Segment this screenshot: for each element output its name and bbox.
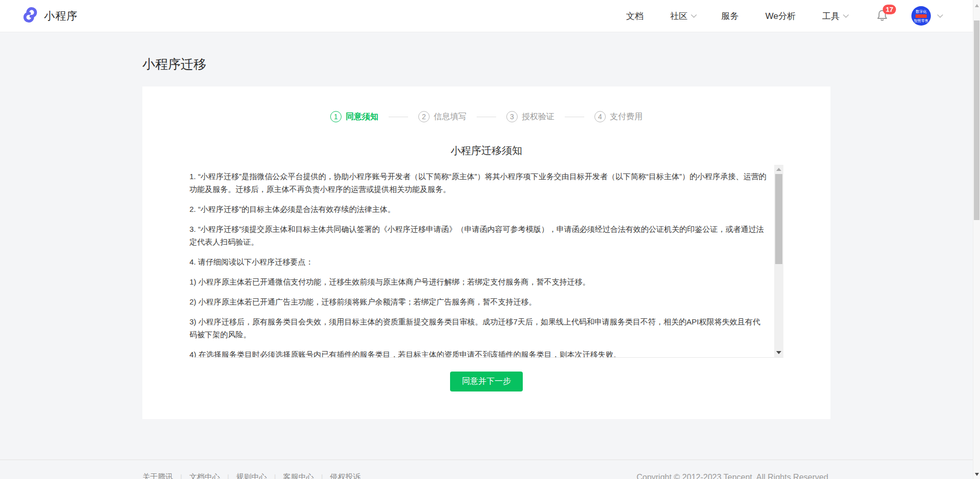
footer-link-support-center[interactable]: 客服中心 bbox=[283, 472, 314, 479]
page-title: 小程序迁移 bbox=[142, 56, 830, 73]
step-number: 4 bbox=[594, 111, 606, 122]
page-root: 小程序 文档 社区 服务 We分析 工具 bbox=[0, 0, 973, 479]
footer-link-infringement-complaint[interactable]: 侵权投诉 bbox=[330, 472, 361, 479]
logo-text: 小程序 bbox=[44, 9, 78, 23]
notice-text: 1. “小程序迁移”是指微信公众平台提供的，协助小程序账号开发者（以下简称“原主… bbox=[189, 165, 783, 357]
step-label: 授权验证 bbox=[522, 112, 555, 122]
footer-link-about-tencent[interactable]: 关于腾讯 bbox=[142, 472, 173, 479]
nav-item-label: 社区 bbox=[670, 10, 688, 22]
footer: 关于腾讯 | 文档中心 | 规则中心 | 客服中心 | 侵权投诉 Copyrig… bbox=[0, 460, 973, 479]
chevron-down-icon bbox=[937, 12, 943, 17]
miniprogram-logo-icon bbox=[22, 6, 39, 26]
copyright-text: Copyright © 2012-2023 Tencent. All Right… bbox=[636, 473, 830, 479]
step-connector bbox=[565, 117, 584, 117]
notice-scroll-area[interactable]: 1. “小程序迁移”是指微信公众平台提供的，协助小程序账号开发者（以下简称“原主… bbox=[189, 165, 783, 358]
page-scrollbar[interactable] bbox=[973, 0, 980, 479]
account-menu[interactable]: 数字化 智慧零售 bbox=[911, 6, 941, 26]
wizard-stepper: 1 同意须知 2 信息填写 3 授权验证 4 bbox=[142, 111, 830, 122]
button-row: 同意并下一步 bbox=[142, 372, 830, 391]
notice-paragraph: 3. “小程序迁移”须提交原主体和目标主体共同确认签署的《小程序迁移申请函》（申… bbox=[189, 223, 768, 248]
notice-scrollbar[interactable] bbox=[774, 165, 783, 357]
footer-separator: | bbox=[321, 473, 323, 479]
chevron-down-icon bbox=[843, 12, 848, 17]
step-number: 3 bbox=[506, 111, 518, 122]
step-agree-notice: 1 同意须知 bbox=[330, 111, 378, 122]
nav-item-we-analysis[interactable]: We分析 bbox=[765, 10, 796, 22]
scroll-down-arrow-icon[interactable] bbox=[776, 351, 781, 354]
notice-paragraph: 4. 请仔细阅读以下小程序迁移要点： bbox=[189, 255, 768, 268]
notice-paragraph: 4) 在选择服务类目时必须选择原账号内已有插件的服务类目，若目标主体的资质申请不… bbox=[189, 348, 768, 357]
nav-item-label: We分析 bbox=[765, 10, 796, 22]
step-label: 支付费用 bbox=[610, 112, 643, 122]
step-connector bbox=[477, 117, 496, 117]
footer-link-rules-center[interactable]: 规则中心 bbox=[236, 472, 267, 479]
scroll-up-arrow-icon[interactable] bbox=[776, 168, 781, 171]
avatar-text-bottom: 智慧零售 bbox=[914, 18, 929, 23]
footer-link-doc-center[interactable]: 文档中心 bbox=[189, 472, 220, 479]
notice-paragraph: 1. “小程序迁移”是指微信公众平台提供的，协助小程序账号开发者（以下简称“原主… bbox=[189, 170, 768, 195]
scroll-down-arrow-icon[interactable] bbox=[975, 473, 979, 476]
nav-item-tools[interactable]: 工具 bbox=[822, 10, 847, 22]
notice-paragraph: 2) 小程序原主体若已开通广告主功能，迁移前须将账户余额清零；若绑定广告服务商，… bbox=[189, 295, 768, 308]
avatar: 数字化 智慧零售 bbox=[911, 6, 931, 26]
nav-item-label: 工具 bbox=[822, 10, 840, 22]
page-scrollbar-thumb[interactable] bbox=[974, 20, 979, 220]
step-auth-verify: 3 授权验证 bbox=[506, 111, 555, 122]
notice-title: 小程序迁移须知 bbox=[142, 144, 830, 158]
footer-links: 关于腾讯 | 文档中心 | 规则中心 | 客服中心 | 侵权投诉 bbox=[142, 472, 361, 479]
nav-item-label: 服务 bbox=[721, 10, 739, 22]
step-connector bbox=[389, 117, 408, 117]
nav-item-services[interactable]: 服务 bbox=[721, 10, 739, 22]
avatar-red-band bbox=[915, 14, 927, 18]
step-label: 信息填写 bbox=[434, 112, 466, 122]
top-navbar: 小程序 文档 社区 服务 We分析 工具 bbox=[0, 0, 973, 32]
footer-separator: | bbox=[227, 473, 229, 479]
step-label: 同意须知 bbox=[346, 112, 378, 122]
step-fill-info: 2 信息填写 bbox=[418, 111, 466, 122]
avatar-text-top: 数字化 bbox=[915, 9, 927, 13]
migration-card: 1 同意须知 2 信息填写 3 授权验证 4 bbox=[142, 86, 830, 419]
step-number: 2 bbox=[418, 111, 430, 122]
chevron-down-icon bbox=[691, 12, 696, 17]
scroll-up-arrow-icon[interactable] bbox=[975, 4, 979, 7]
notice-paragraph: 2. “小程序迁移”的目标主体必须是合法有效存续的法律主体。 bbox=[189, 203, 768, 215]
miniprogram-logo[interactable]: 小程序 bbox=[22, 6, 78, 26]
step-number: 1 bbox=[330, 111, 342, 122]
notification-count-badge: 17 bbox=[883, 5, 896, 14]
nav-item-community[interactable]: 社区 bbox=[670, 10, 695, 22]
notice-scrollbar-thumb[interactable] bbox=[775, 174, 782, 264]
notice-paragraph: 1) 小程序原主体若已开通微信支付功能，迁移生效前须与原主体商户号进行解绑；若绑… bbox=[189, 275, 768, 288]
footer-separator: | bbox=[180, 473, 182, 479]
main-content: 小程序迁移 1 同意须知 2 信息填写 3 授权 bbox=[0, 56, 973, 479]
step-payment: 4 支付费用 bbox=[594, 111, 643, 122]
agree-next-button[interactable]: 同意并下一步 bbox=[450, 372, 523, 391]
notification-bell-button[interactable]: 17 bbox=[876, 8, 891, 24]
nav-item-label: 文档 bbox=[626, 10, 644, 22]
nav-item-docs[interactable]: 文档 bbox=[626, 10, 644, 22]
footer-separator: | bbox=[274, 473, 276, 479]
nav-links: 文档 社区 服务 We分析 工具 bbox=[626, 10, 847, 22]
notice-paragraph: 3) 小程序迁移后，原有服务类目会失效，须用目标主体的资质重新提交服务类目审核。… bbox=[189, 315, 768, 341]
